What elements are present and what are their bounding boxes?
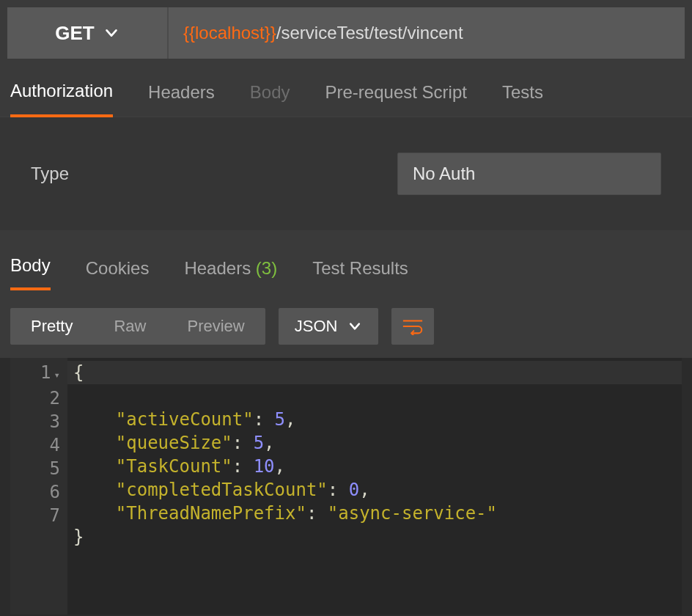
response-format-select[interactable]: JSON xyxy=(279,308,379,345)
tab-pre-request-script[interactable]: Pre-request Script xyxy=(325,82,467,116)
view-mode-pretty[interactable]: Pretty xyxy=(10,308,93,345)
line-number: 2 xyxy=(21,386,60,410)
response-tab-cookies[interactable]: Cookies xyxy=(86,258,150,290)
view-mode-group: Pretty Raw Preview xyxy=(10,308,265,345)
response-tab-body[interactable]: Body xyxy=(10,255,51,290)
view-mode-raw[interactable]: Raw xyxy=(93,308,166,345)
tab-headers[interactable]: Headers xyxy=(148,82,215,116)
line-number: 3 xyxy=(21,410,60,433)
url-variable: {{localhost}} xyxy=(183,23,276,43)
view-mode-preview[interactable]: Preview xyxy=(166,308,265,345)
headers-count-badge: (3) xyxy=(256,258,277,278)
response-tabs: Body Cookies Headers (3) Test Results xyxy=(0,230,692,290)
auth-type-label: Type xyxy=(31,164,339,184)
response-body-code: { "activeCount": 5, "queueSize": 5, "Tas… xyxy=(67,358,682,615)
line-number: 4 xyxy=(21,433,60,457)
line-number: 1 xyxy=(21,361,60,386)
request-tabs: Authorization Headers Body Pre-request S… xyxy=(0,66,692,117)
wrap-lines-button[interactable] xyxy=(391,308,434,345)
response-tab-test-results[interactable]: Test Results xyxy=(312,258,408,290)
response-format-label: JSON xyxy=(295,317,338,336)
response-toolbar: Pretty Raw Preview JSON xyxy=(0,290,692,358)
auth-type-select[interactable]: No Auth xyxy=(397,153,661,195)
line-number: 5 xyxy=(21,457,60,480)
authorization-panel: Type No Auth xyxy=(0,117,692,230)
tab-authorization[interactable]: Authorization xyxy=(10,81,113,117)
line-number: 7 xyxy=(21,504,60,527)
request-url-input[interactable]: {{localhost}}/serviceTest/test/vincent xyxy=(169,7,685,59)
tab-body[interactable]: Body xyxy=(250,82,290,116)
tab-tests[interactable]: Tests xyxy=(502,82,543,116)
response-tab-headers-label: Headers xyxy=(184,258,251,278)
line-number-gutter: 1 2 3 4 5 6 7 xyxy=(10,358,67,615)
wrap-icon xyxy=(402,318,424,335)
request-bar: GET {{localhost}}/serviceTest/test/vince… xyxy=(0,0,692,66)
url-path: /serviceTest/test/vincent xyxy=(276,23,463,43)
response-body-editor[interactable]: 1 2 3 4 5 6 7 { "activeCount": 5, "queue… xyxy=(10,358,682,615)
http-method-label: GET xyxy=(55,22,94,45)
line-number: 6 xyxy=(21,480,60,504)
response-tab-headers[interactable]: Headers (3) xyxy=(184,258,277,290)
chevron-down-icon xyxy=(103,25,119,41)
chevron-down-icon xyxy=(347,319,362,334)
http-method-select[interactable]: GET xyxy=(7,7,169,59)
